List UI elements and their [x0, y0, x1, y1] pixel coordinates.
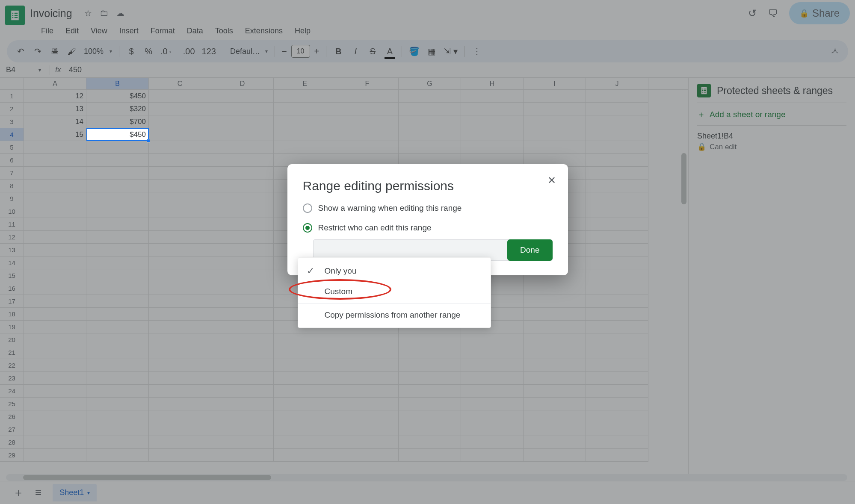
selection-handle[interactable]	[147, 139, 150, 142]
dropdown-only-you[interactable]: ✓ Only you	[298, 260, 491, 282]
dropdown-copy-permissions[interactable]: Copy permissions from another range	[298, 305, 491, 325]
separator	[298, 303, 491, 304]
dropdown-label: Custom	[325, 287, 352, 296]
radio-icon	[303, 223, 312, 233]
radio-show-warning[interactable]: Show a warning when editing this range	[303, 203, 553, 213]
close-icon[interactable]: ✕	[547, 174, 556, 186]
dropdown-label: Only you	[325, 266, 357, 276]
dropdown-custom[interactable]: Custom	[298, 282, 491, 301]
radio-restrict[interactable]: Restrict who can edit this range	[303, 223, 553, 233]
permission-dropdown: ✓ Only you Custom Copy permissions from …	[298, 257, 491, 328]
check-icon: ✓	[307, 265, 317, 277]
dialog-title: Range editing permissions	[303, 179, 553, 193]
modal-scrim: Range editing permissions ✕ Show a warni…	[0, 0, 855, 504]
radio-icon	[303, 203, 312, 213]
radio-label: Restrict who can edit this range	[318, 223, 432, 233]
cell-B4[interactable]: $450	[86, 128, 149, 141]
radio-label: Show a warning when editing this range	[318, 203, 462, 213]
done-button[interactable]: Done	[507, 239, 552, 261]
range-permissions-dialog: Range editing permissions ✕ Show a warni…	[287, 164, 568, 275]
dropdown-label: Copy permissions from another range	[325, 310, 461, 320]
